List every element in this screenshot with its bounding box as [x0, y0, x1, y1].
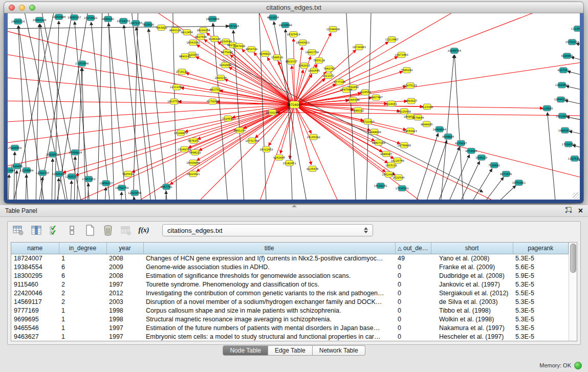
graph-node[interactable]: 16914421: [186, 171, 200, 177]
graph-node[interactable]: 7324556: [222, 116, 234, 121]
graph-node[interactable]: 9329965: [561, 53, 573, 59]
graph-node[interactable]: 15182451: [282, 160, 296, 166]
graph-node[interactable]: 7986312: [352, 107, 364, 113]
graph-node[interactable]: 9498222: [189, 149, 201, 155]
graph-node[interactable]: 5878351: [188, 138, 200, 143]
graph-node[interactable]: 11545194: [52, 171, 66, 177]
table-row[interactable]: 911546021997Tourette syndrome. Phenomeno…: [11, 280, 569, 289]
graph-node[interactable]: 20691406: [33, 17, 46, 23]
graph-node[interactable]: 7615526: [142, 22, 154, 28]
graph-node[interactable]: 9242848: [220, 62, 231, 68]
graph-node[interactable]: 2803144: [215, 75, 227, 81]
graph-node[interactable]: 8822037: [286, 59, 297, 64]
new-document-icon[interactable]: [83, 224, 97, 237]
graph-node[interactable]: 12975115: [404, 83, 417, 89]
graph-node[interactable]: 8938924: [442, 134, 454, 139]
table-settings-icon[interactable]: [12, 224, 25, 237]
graph-node[interactable]: 20364436: [346, 97, 359, 103]
column-select-icon[interactable]: [30, 224, 43, 237]
graph-node[interactable]: 1990445: [308, 68, 320, 74]
graph-node[interactable]: 18325419: [287, 32, 300, 37]
resize-grip-icon[interactable]: [573, 192, 579, 199]
graph-node[interactable]: 19734943: [352, 45, 365, 50]
graph-node[interactable]: 9474444: [465, 148, 477, 154]
table-row[interactable]: 969969511998Structural magnetic resonanc…: [11, 315, 569, 323]
graph-node[interactable]: 16648784: [448, 48, 462, 54]
tab-edge-table[interactable]: Edge Table: [268, 345, 313, 356]
table-row[interactable]: 1872400712008Changes of HCN gene express…: [11, 254, 569, 263]
graph-node[interactable]: 9957791: [161, 184, 172, 189]
citation-network-graph[interactable]: 2405572420691406162539841065525715276021…: [8, 13, 580, 200]
graph-node[interactable]: 12342737: [36, 170, 49, 176]
graph-node[interactable]: 11156869: [20, 167, 33, 173]
graph-node[interactable]: 18312452: [259, 146, 273, 152]
column-header-out_degree[interactable]: △out_de…: [395, 243, 431, 254]
delete-icon[interactable]: [101, 224, 115, 237]
table-row[interactable]: 977716911998Corpus callosum shape and si…: [11, 306, 569, 315]
tab-network-table[interactable]: Network Table: [313, 345, 365, 356]
graph-node[interactable]: 9684067: [380, 151, 392, 157]
graph-node[interactable]: 8475685: [221, 50, 233, 55]
graph-node[interactable]: 16253984: [52, 14, 66, 20]
graph-node[interactable]: 7940747: [323, 66, 335, 72]
graph-node[interactable]: 10958107: [99, 180, 113, 186]
graph-node[interactable]: 8186328: [209, 36, 221, 42]
graph-node[interactable]: 12923448: [128, 190, 141, 195]
minimize-window-button[interactable]: [19, 5, 25, 11]
graph-node[interactable]: 24055724: [11, 19, 25, 25]
column-header-in_degree[interactable]: in_degree: [59, 243, 106, 254]
graph-node[interactable]: 8454749: [246, 47, 257, 52]
graph-node[interactable]: 3624554: [359, 90, 372, 95]
graph-node[interactable]: 1615132: [385, 162, 397, 168]
graph-node[interactable]: 17957253: [82, 176, 95, 182]
graph-node[interactable]: 7955118: [313, 58, 325, 63]
column-header-short[interactable]: short: [431, 243, 513, 254]
float-panel-icon[interactable]: [565, 207, 572, 215]
graph-node[interactable]: 15166872: [174, 130, 187, 136]
graph-node[interactable]: 10025458: [398, 108, 411, 114]
graph-node[interactable]: 17359924: [69, 149, 82, 155]
table-row[interactable]: 2242004622012Investigating the contribut…: [11, 289, 569, 298]
graph-node[interactable]: 12213967: [385, 37, 398, 42]
graph-node[interactable]: 9146821: [259, 51, 271, 57]
graph-node[interactable]: 7532621: [488, 162, 500, 168]
graph-node[interactable]: 12213383: [170, 84, 183, 90]
graph-node[interactable]: 9961154: [234, 127, 246, 133]
graph-node[interactable]: 12093582: [555, 82, 569, 88]
graph-node[interactable]: 20206556: [46, 151, 59, 157]
graph-node[interactable]: 7625402: [122, 171, 134, 177]
graph-node[interactable]: 16961758: [305, 50, 318, 55]
network-canvas[interactable]: 2405572420691406162539841065525715276021…: [8, 13, 580, 200]
table-row[interactable]: 946554611997Estimation of the future num…: [11, 323, 569, 332]
row-check-icon[interactable]: [48, 224, 61, 237]
import-table-icon[interactable]: [119, 224, 133, 237]
graph-node[interactable]: 15720407: [361, 119, 374, 124]
graph-node[interactable]: 9890141: [179, 54, 191, 59]
graph-node[interactable]: 9135478: [307, 166, 318, 171]
tab-node-table[interactable]: Node Table: [223, 345, 268, 356]
graph-node[interactable]: 19992971: [558, 127, 572, 133]
table-row[interactable]: 946362711997Embryonic stem cells: a mode…: [11, 332, 569, 341]
graph-node[interactable]: 7485063: [401, 68, 412, 73]
graph-node[interactable]: 2935114: [475, 155, 488, 160]
graph-node[interactable]: 8471676: [500, 171, 512, 177]
graph-node[interactable]: 18226058: [197, 28, 210, 33]
graph-node[interactable]: 9660128: [169, 28, 181, 33]
graph-node[interactable]: 19218596: [278, 23, 292, 28]
graph-node[interactable]: 7663822: [156, 25, 167, 31]
graph-node[interactable]: 18807299: [372, 140, 385, 145]
close-window-button[interactable]: [9, 5, 15, 11]
graph-node[interactable]: 6216041: [385, 101, 397, 106]
graph-node[interactable]: 8813054: [267, 15, 279, 20]
graph-node[interactable]: 17016504: [562, 141, 576, 147]
graph-node[interactable]: 8215935: [541, 105, 553, 111]
graph-node[interactable]: 11675342: [568, 156, 580, 161]
graph-node[interactable]: 15276021: [84, 15, 97, 21]
graph-node[interactable]: 2718126: [176, 69, 188, 75]
graph-node[interactable]: 10655257: [68, 15, 81, 20]
column-header-name[interactable]: name: [11, 243, 59, 254]
graph-node[interactable]: 9699695: [421, 121, 432, 127]
graph-node[interactable]: 18107554: [167, 99, 181, 104]
graph-node[interactable]: 10688609: [367, 129, 381, 135]
graph-node[interactable]: 12444134: [554, 97, 568, 102]
